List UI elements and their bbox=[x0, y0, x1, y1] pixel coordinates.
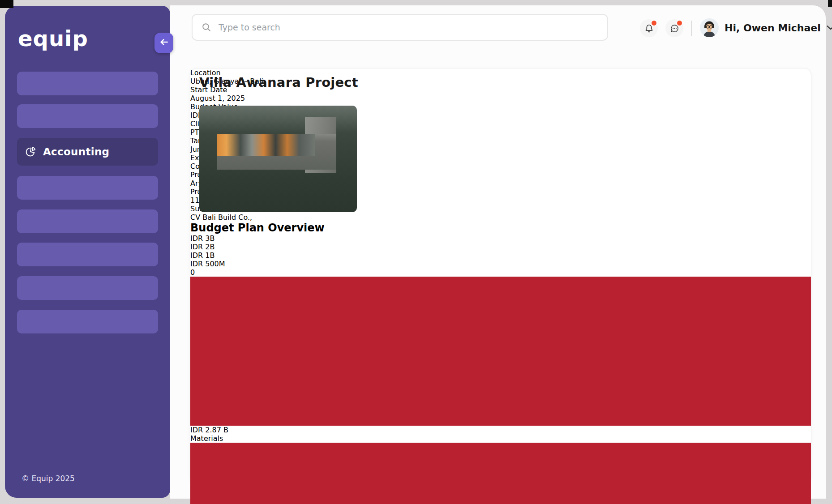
app-root: equip Accounting © Equip 2025 bbox=[0, 0, 832, 504]
y-axis-tick-label: 0 bbox=[190, 268, 811, 277]
sidebar-item-placeholder-2[interactable] bbox=[17, 104, 158, 128]
screen-corner-artifact bbox=[0, 0, 13, 8]
project-card: Villa Awanara Project Location Ubud, bbox=[190, 68, 811, 483]
search-bar bbox=[192, 14, 608, 41]
bar-materials[interactable] bbox=[190, 277, 811, 426]
notifications-button[interactable] bbox=[640, 19, 658, 37]
photo-upper-windows bbox=[217, 134, 315, 156]
user-avatar bbox=[700, 18, 719, 37]
bar-labor[interactable] bbox=[190, 443, 811, 504]
detail-value: August 1, 2025 bbox=[190, 94, 811, 103]
sidebar-collapse-button[interactable] bbox=[154, 33, 173, 53]
user-greeting: Hi, Owen Michael bbox=[725, 22, 821, 34]
x-axis-label: Materials bbox=[190, 434, 811, 443]
sidebar-item-placeholder-3[interactable] bbox=[17, 176, 158, 200]
screen-corner-artifact bbox=[828, 0, 832, 7]
sidebar-item-label: Accounting bbox=[43, 146, 109, 158]
sidebar-item-placeholder-6[interactable] bbox=[17, 276, 158, 300]
equip-logo: equip bbox=[18, 26, 88, 51]
pie-chart-icon bbox=[25, 146, 36, 158]
y-axis-tick-label: IDR 500M bbox=[190, 260, 811, 268]
search-icon bbox=[193, 22, 211, 32]
sidebar-item-placeholder-4[interactable] bbox=[17, 209, 158, 233]
y-axis-tick-label: IDR 1B bbox=[190, 251, 811, 260]
budget-bar-chart: IDR 3BIDR 2BIDR 1BIDR 500M0IDR 2.87 BMat… bbox=[190, 234, 811, 504]
sidebar-item-accounting[interactable]: Accounting bbox=[17, 138, 158, 166]
y-axis-tick-label: IDR 3B bbox=[190, 234, 811, 243]
sidebar-item-placeholder-7[interactable] bbox=[17, 310, 158, 333]
sidebar: equip Accounting © Equip 2025 bbox=[5, 6, 170, 498]
bar-value-label: IDR 2.87 B bbox=[190, 426, 811, 434]
sidebar-item-placeholder-1[interactable] bbox=[17, 72, 158, 95]
search-input[interactable] bbox=[218, 22, 607, 33]
messages-button[interactable] bbox=[665, 19, 683, 37]
chart-title: Budget Plan Overview bbox=[190, 222, 811, 234]
chevron-down-icon bbox=[827, 26, 832, 30]
project-title: Villa Awanara Project bbox=[199, 75, 358, 90]
copyright-text: © Equip 2025 bbox=[21, 474, 75, 483]
arrow-left-icon bbox=[159, 37, 169, 49]
y-axis-tick-label: IDR 2B bbox=[190, 243, 811, 251]
photo-upper-floor bbox=[217, 134, 337, 170]
user-menu[interactable]: Hi, Owen Michael bbox=[700, 17, 832, 38]
detail-value: CV Bali Build Co., bbox=[190, 213, 811, 222]
sidebar-item-placeholder-5[interactable] bbox=[17, 243, 158, 266]
topbar-divider bbox=[691, 21, 692, 36]
notification-badge-dot bbox=[651, 20, 657, 26]
project-photo bbox=[199, 106, 357, 212]
message-badge-dot bbox=[676, 20, 683, 26]
